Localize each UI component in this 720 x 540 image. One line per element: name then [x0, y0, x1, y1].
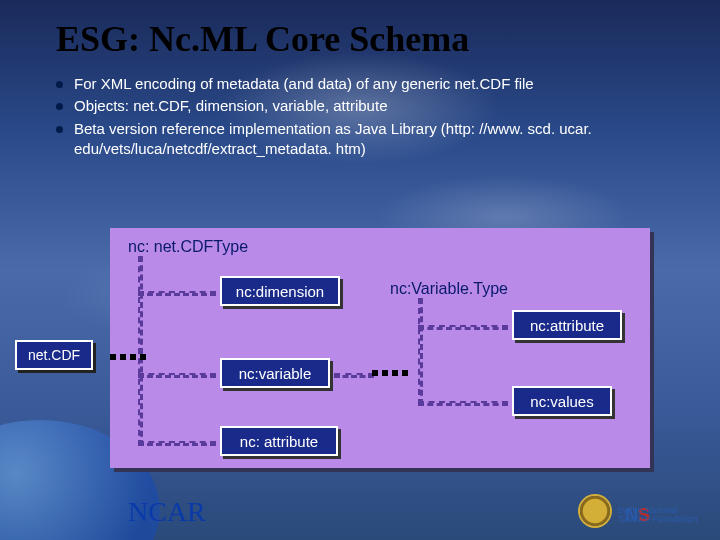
bullet-item: Objects: net.CDF, dimension, variable, a… — [56, 96, 680, 116]
node-dimension: nc:dimension — [220, 276, 340, 306]
node-label: nc:variable — [239, 365, 312, 382]
connector-line — [418, 298, 423, 405]
bullet-item: Beta version reference implementation as… — [56, 119, 680, 160]
connector-line — [418, 401, 508, 406]
ncar-logo-text: NCAR — [128, 496, 206, 528]
bullet-item: For XML encoding of metadata (and data) … — [56, 74, 680, 94]
cardinality-dots — [372, 370, 408, 376]
node-label: nc:attribute — [530, 317, 604, 334]
node-label: nc:dimension — [236, 283, 324, 300]
schema-diagram: nc: net.CDFType nc:dimension nc:variable… — [110, 228, 650, 468]
node-variable: nc:variable — [220, 358, 330, 388]
connector-line — [138, 441, 216, 446]
connector-line — [138, 256, 143, 446]
variable-type-label: nc:Variable.Type — [390, 280, 508, 298]
root-node-label: net.CDF — [28, 347, 80, 363]
connector-line — [334, 373, 374, 378]
nsf-seal-icon — [580, 496, 610, 526]
node-label: nc:values — [530, 393, 593, 410]
root-node-netcdf: net.CDF — [15, 340, 93, 370]
connector-line — [138, 373, 216, 378]
footer: NCAR NS by the National Science Foundati… — [0, 492, 720, 532]
bullet-list: For XML encoding of metadata (and data) … — [0, 70, 720, 159]
node-nc-attribute: nc:attribute — [512, 310, 622, 340]
root-type-label: nc: net.CDFType — [128, 238, 248, 256]
node-nc-values: nc:values — [512, 386, 612, 416]
node-label: nc: attribute — [240, 433, 318, 450]
slide-title: ESG: Nc.ML Core Schema — [0, 0, 720, 70]
connector-line — [138, 291, 216, 296]
connector-line — [418, 325, 508, 330]
node-attribute: nc: attribute — [220, 426, 338, 456]
nsf-caption: by the National Science Foundation — [618, 506, 700, 524]
cardinality-dots — [110, 354, 146, 360]
